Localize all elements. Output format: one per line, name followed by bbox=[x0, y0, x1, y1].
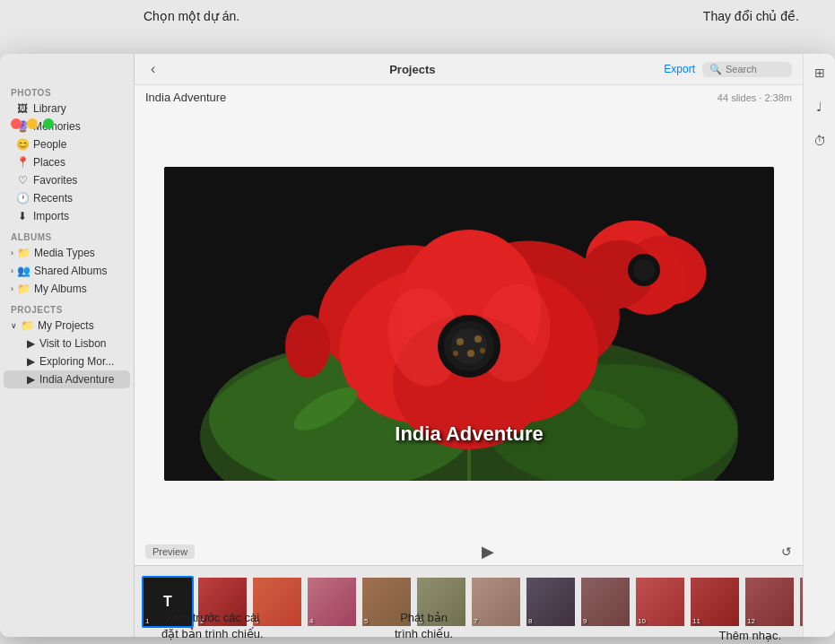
slideshow-icon: ▶ bbox=[27, 355, 35, 368]
filmstrip-thumb-12[interactable]: 12 bbox=[744, 576, 796, 628]
sidebar-item-label: Visit to Lisbon bbox=[39, 337, 107, 350]
filmstrip-thumb-5[interactable]: 5 bbox=[361, 576, 413, 628]
sidebar-item-recents[interactable]: 🕐 Recents bbox=[4, 189, 130, 207]
annotation-top-left: Chọn một dự án. bbox=[144, 9, 239, 23]
back-button[interactable]: ‹ bbox=[145, 61, 161, 77]
filmstrip-thumb-3[interactable]: 3 bbox=[251, 576, 303, 628]
thumb-number: 10 bbox=[638, 617, 646, 625]
search-input[interactable] bbox=[726, 64, 788, 74]
favorites-icon: ♡ bbox=[16, 174, 29, 187]
sidebar-item-india-adventure[interactable]: ▶ India Adventure bbox=[4, 370, 130, 388]
filmstrip-thumb-10[interactable]: 10 bbox=[634, 576, 686, 628]
svg-point-16 bbox=[457, 338, 464, 345]
layout-icon: ⊞ bbox=[814, 65, 825, 80]
filmstrip: T 1 2 3 4 5 bbox=[135, 565, 803, 637]
svg-text:India Adventure: India Adventure bbox=[395, 422, 543, 445]
thumb-number: 6 bbox=[419, 617, 422, 625]
sidebar-item-imports[interactable]: ⬇ Imports bbox=[4, 207, 130, 225]
svg-point-19 bbox=[453, 351, 458, 356]
thumb-number: 1 bbox=[145, 617, 149, 625]
imports-icon: ⬇ bbox=[16, 210, 29, 222]
svg-point-26 bbox=[633, 259, 655, 281]
thumb-number: 4 bbox=[309, 617, 313, 625]
albums-section-label: Albums bbox=[0, 225, 134, 244]
sidebar-item-people[interactable]: 😊 People bbox=[4, 135, 130, 153]
recents-icon: 🕐 bbox=[16, 192, 29, 205]
sidebar-group-my-projects[interactable]: ∨ 📁 My Projects bbox=[4, 317, 130, 335]
places-icon: 📍 bbox=[16, 156, 29, 169]
sidebar-item-label: Media Types bbox=[34, 247, 95, 259]
sidebar-item-label: My Albums bbox=[34, 283, 87, 295]
thumb-number: 2 bbox=[200, 617, 204, 625]
fullscreen-button[interactable] bbox=[43, 118, 54, 129]
sidebar-item-label: People bbox=[33, 138, 66, 151]
repeat-button[interactable]: ↺ bbox=[781, 544, 792, 559]
svg-point-27 bbox=[285, 315, 330, 378]
sidebar-group-shared-albums[interactable]: › 👥 Shared Albums bbox=[4, 262, 130, 280]
sidebar-item-label: My Projects bbox=[38, 319, 94, 332]
sidebar-item-label: Shared Albums bbox=[34, 265, 107, 277]
sidebar-item-visit-lisbon[interactable]: ▶ Visit to Lisbon bbox=[4, 335, 130, 352]
sidebar-item-label: Imports bbox=[33, 210, 69, 222]
close-button[interactable] bbox=[11, 118, 22, 129]
title-letter: T bbox=[163, 594, 172, 610]
slideshow-icon: ▶ bbox=[27, 337, 35, 350]
media-types-icon: 📁 bbox=[17, 247, 30, 259]
chevron-icon: › bbox=[11, 248, 13, 257]
chevron-down-icon: ∨ bbox=[11, 321, 17, 330]
play-button[interactable]: ▶ bbox=[482, 542, 494, 561]
svg-point-20 bbox=[480, 348, 485, 353]
projects-section-label: Projects bbox=[0, 298, 134, 317]
sidebar-item-label: Library bbox=[33, 102, 66, 115]
slideshow-icon: ▶ bbox=[27, 373, 35, 386]
sidebar-group-my-albums[interactable]: › 📁 My Albums bbox=[4, 280, 130, 298]
svg-point-18 bbox=[467, 350, 474, 357]
svg-point-15 bbox=[451, 328, 487, 364]
sidebar-item-exploring-mor[interactable]: ▶ Exploring Mor... bbox=[4, 352, 130, 370]
header-title: Projects bbox=[168, 63, 657, 76]
project-header: India Adventure 44 slides · 2:38m bbox=[135, 85, 803, 109]
folder-icon: 📁 bbox=[21, 319, 34, 332]
music-button[interactable]: ♩ bbox=[808, 95, 831, 118]
thumb-number: 8 bbox=[528, 617, 532, 625]
my-albums-icon: 📁 bbox=[17, 283, 30, 295]
chevron-icon: › bbox=[11, 266, 13, 275]
filmstrip-thumb-4[interactable]: 4 bbox=[306, 576, 358, 628]
preview-tab[interactable]: Preview bbox=[145, 544, 195, 559]
poppy-illustration: India Adventure bbox=[164, 167, 774, 481]
sidebar: Photos 🖼 Library 🔮 Memories 😊 People 📍 P… bbox=[0, 54, 135, 637]
duration-button[interactable]: ⏱ bbox=[808, 129, 831, 152]
sidebar-item-favorites[interactable]: ♡ Favorites bbox=[4, 171, 130, 189]
slideshow-frame[interactable]: India Adventure bbox=[164, 167, 774, 481]
minimize-button[interactable] bbox=[27, 118, 38, 129]
layout-button[interactable]: ⊞ bbox=[808, 61, 831, 84]
sidebar-group-media-types[interactable]: › 📁 Media Types bbox=[4, 244, 130, 262]
sidebar-item-label: Recents bbox=[33, 192, 73, 205]
filmstrip-thumb-7[interactable]: 7 bbox=[470, 576, 522, 628]
thumb-number: 13 bbox=[802, 617, 803, 625]
export-button[interactable]: Export bbox=[664, 63, 695, 75]
sidebar-item-places[interactable]: 📍 Places bbox=[4, 153, 130, 171]
slideshow-toolbar: Preview ▶ ↺ bbox=[135, 538, 803, 565]
sidebar-item-library[interactable]: 🖼 Library bbox=[4, 100, 130, 117]
filmstrip-thumb-13[interactable]: 13 bbox=[798, 576, 803, 628]
svg-point-17 bbox=[474, 335, 482, 343]
people-icon: 😊 bbox=[16, 138, 29, 151]
thumb-number: 12 bbox=[747, 617, 755, 625]
filmstrip-thumb-11[interactable]: 11 bbox=[689, 576, 741, 628]
thumb-number: 5 bbox=[364, 617, 368, 625]
filmstrip-thumb-8[interactable]: 8 bbox=[525, 576, 577, 628]
header-bar: ‹ Projects Export 🔍 bbox=[135, 54, 803, 85]
thumb-number: 7 bbox=[474, 617, 477, 625]
filmstrip-thumb-6[interactable]: 6 bbox=[415, 576, 467, 628]
shared-albums-icon: 👥 bbox=[17, 265, 30, 277]
sidebar-item-label: Favorites bbox=[33, 174, 77, 187]
right-sidebar: ⊞ ♩ ⏱ bbox=[803, 54, 835, 637]
project-meta: 44 slides · 2:38m bbox=[718, 92, 792, 103]
poppy-background: India Adventure bbox=[164, 167, 774, 481]
library-icon: 🖼 bbox=[16, 102, 29, 115]
filmstrip-thumb-1[interactable]: T 1 bbox=[142, 576, 194, 628]
filmstrip-thumb-2[interactable]: 2 bbox=[196, 576, 248, 628]
filmstrip-thumb-9[interactable]: 9 bbox=[579, 576, 631, 628]
thumb-number: 11 bbox=[692, 617, 700, 625]
